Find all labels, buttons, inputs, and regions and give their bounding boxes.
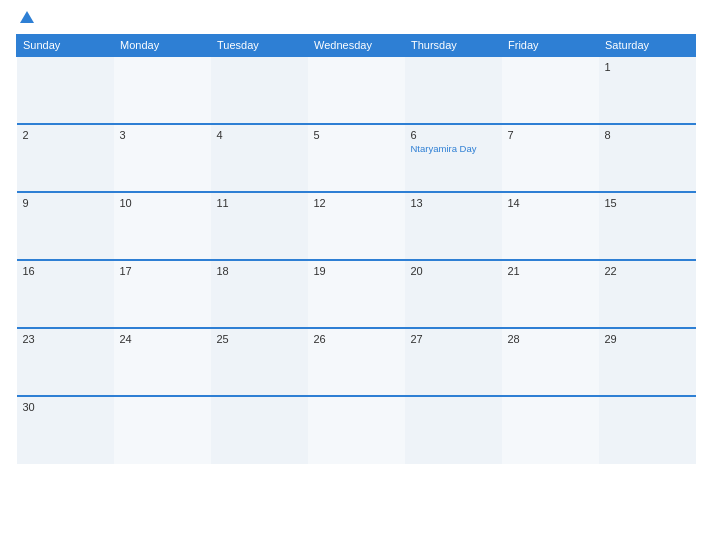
calendar-cell: 22 (599, 260, 696, 328)
calendar-cell: 29 (599, 328, 696, 396)
calendar-cell: 19 (308, 260, 405, 328)
calendar-cell: 28 (502, 328, 599, 396)
calendar-cell: 13 (405, 192, 502, 260)
calendar-cell: 8 (599, 124, 696, 192)
calendar-cell (308, 56, 405, 124)
calendar-cell: 25 (211, 328, 308, 396)
col-header-friday: Friday (502, 35, 599, 57)
calendar-cell: 6Ntaryamira Day (405, 124, 502, 192)
calendar-week-row: 23242526272829 (17, 328, 696, 396)
calendar-cell: 3 (114, 124, 211, 192)
day-number: 8 (605, 129, 690, 141)
day-number: 7 (508, 129, 593, 141)
calendar-cell: 23 (17, 328, 114, 396)
calendar-cell (114, 396, 211, 464)
calendar-cell: 30 (17, 396, 114, 464)
calendar-cell: 4 (211, 124, 308, 192)
calendar-cell: 21 (502, 260, 599, 328)
day-number: 16 (23, 265, 108, 277)
calendar-cell: 15 (599, 192, 696, 260)
day-number: 23 (23, 333, 108, 345)
day-number: 10 (120, 197, 205, 209)
calendar-header-row: SundayMondayTuesdayWednesdayThursdayFrid… (17, 35, 696, 57)
calendar-cell: 17 (114, 260, 211, 328)
header (16, 12, 696, 24)
day-number: 26 (314, 333, 399, 345)
calendar-cell: 9 (17, 192, 114, 260)
calendar-cell (405, 396, 502, 464)
day-number: 21 (508, 265, 593, 277)
calendar-cell: 1 (599, 56, 696, 124)
calendar-cell (502, 56, 599, 124)
day-number: 29 (605, 333, 690, 345)
calendar-cell: 16 (17, 260, 114, 328)
day-number: 14 (508, 197, 593, 209)
day-number: 2 (23, 129, 108, 141)
col-header-wednesday: Wednesday (308, 35, 405, 57)
calendar-week-row: 9101112131415 (17, 192, 696, 260)
holiday-label: Ntaryamira Day (411, 143, 496, 154)
calendar-cell: 5 (308, 124, 405, 192)
calendar-week-row: 30 (17, 396, 696, 464)
day-number: 30 (23, 401, 108, 413)
col-header-sunday: Sunday (17, 35, 114, 57)
calendar-cell: 2 (17, 124, 114, 192)
calendar-cell: 26 (308, 328, 405, 396)
calendar-cell (211, 56, 308, 124)
day-number: 13 (411, 197, 496, 209)
calendar-cell (17, 56, 114, 124)
calendar-table: SundayMondayTuesdayWednesdayThursdayFrid… (16, 34, 696, 464)
calendar-cell: 24 (114, 328, 211, 396)
calendar-cell (599, 396, 696, 464)
day-number: 9 (23, 197, 108, 209)
day-number: 11 (217, 197, 302, 209)
day-number: 12 (314, 197, 399, 209)
col-header-tuesday: Tuesday (211, 35, 308, 57)
calendar-page: SundayMondayTuesdayWednesdayThursdayFrid… (0, 0, 712, 550)
calendar-week-row: 1 (17, 56, 696, 124)
calendar-cell (405, 56, 502, 124)
col-header-saturday: Saturday (599, 35, 696, 57)
logo (16, 12, 37, 24)
calendar-cell: 7 (502, 124, 599, 192)
calendar-cell (114, 56, 211, 124)
day-number: 19 (314, 265, 399, 277)
col-header-thursday: Thursday (405, 35, 502, 57)
calendar-cell: 14 (502, 192, 599, 260)
col-header-monday: Monday (114, 35, 211, 57)
calendar-cell: 27 (405, 328, 502, 396)
calendar-cell: 12 (308, 192, 405, 260)
day-number: 28 (508, 333, 593, 345)
calendar-cell: 18 (211, 260, 308, 328)
day-number: 25 (217, 333, 302, 345)
calendar-week-row: 23456Ntaryamira Day78 (17, 124, 696, 192)
day-number: 20 (411, 265, 496, 277)
calendar-week-row: 16171819202122 (17, 260, 696, 328)
day-number: 27 (411, 333, 496, 345)
day-number: 22 (605, 265, 690, 277)
day-number: 3 (120, 129, 205, 141)
day-number: 5 (314, 129, 399, 141)
logo-triangle-icon (20, 11, 34, 23)
day-number: 17 (120, 265, 205, 277)
day-number: 4 (217, 129, 302, 141)
calendar-cell (502, 396, 599, 464)
calendar-cell (211, 396, 308, 464)
calendar-cell (308, 396, 405, 464)
day-number: 24 (120, 333, 205, 345)
day-number: 18 (217, 265, 302, 277)
day-number: 1 (605, 61, 690, 73)
calendar-cell: 11 (211, 192, 308, 260)
calendar-cell: 20 (405, 260, 502, 328)
day-number: 15 (605, 197, 690, 209)
day-number: 6 (411, 129, 496, 141)
calendar-cell: 10 (114, 192, 211, 260)
